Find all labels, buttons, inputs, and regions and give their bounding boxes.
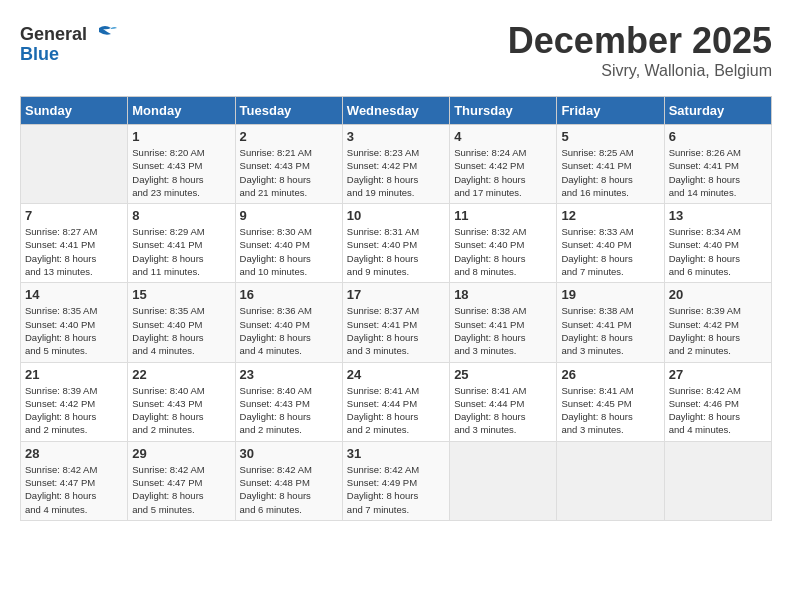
calendar-week-row: 21Sunrise: 8:39 AM Sunset: 4:42 PM Dayli… <box>21 362 772 441</box>
day-number: 21 <box>25 367 123 382</box>
calendar-header-row: SundayMondayTuesdayWednesdayThursdayFrid… <box>21 97 772 125</box>
day-info: Sunrise: 8:42 AM Sunset: 4:47 PM Dayligh… <box>25 463 123 516</box>
day-info: Sunrise: 8:32 AM Sunset: 4:40 PM Dayligh… <box>454 225 552 278</box>
day-number: 19 <box>561 287 659 302</box>
calendar-table: SundayMondayTuesdayWednesdayThursdayFrid… <box>20 96 772 521</box>
day-info: Sunrise: 8:25 AM Sunset: 4:41 PM Dayligh… <box>561 146 659 199</box>
calendar-cell: 5Sunrise: 8:25 AM Sunset: 4:41 PM Daylig… <box>557 125 664 204</box>
day-info: Sunrise: 8:41 AM Sunset: 4:44 PM Dayligh… <box>347 384 445 437</box>
day-number: 12 <box>561 208 659 223</box>
day-number: 2 <box>240 129 338 144</box>
day-info: Sunrise: 8:39 AM Sunset: 4:42 PM Dayligh… <box>25 384 123 437</box>
calendar-cell: 6Sunrise: 8:26 AM Sunset: 4:41 PM Daylig… <box>664 125 771 204</box>
day-info: Sunrise: 8:31 AM Sunset: 4:40 PM Dayligh… <box>347 225 445 278</box>
logo-bird-icon <box>89 20 117 48</box>
calendar-cell: 11Sunrise: 8:32 AM Sunset: 4:40 PM Dayli… <box>450 204 557 283</box>
day-number: 10 <box>347 208 445 223</box>
day-number: 1 <box>132 129 230 144</box>
day-info: Sunrise: 8:37 AM Sunset: 4:41 PM Dayligh… <box>347 304 445 357</box>
calendar-cell: 28Sunrise: 8:42 AM Sunset: 4:47 PM Dayli… <box>21 441 128 520</box>
calendar-cell: 3Sunrise: 8:23 AM Sunset: 4:42 PM Daylig… <box>342 125 449 204</box>
day-number: 8 <box>132 208 230 223</box>
day-info: Sunrise: 8:42 AM Sunset: 4:48 PM Dayligh… <box>240 463 338 516</box>
calendar-cell: 2Sunrise: 8:21 AM Sunset: 4:43 PM Daylig… <box>235 125 342 204</box>
calendar-cell: 13Sunrise: 8:34 AM Sunset: 4:40 PM Dayli… <box>664 204 771 283</box>
month-title: December 2025 <box>508 20 772 62</box>
day-info: Sunrise: 8:27 AM Sunset: 4:41 PM Dayligh… <box>25 225 123 278</box>
day-number: 29 <box>132 446 230 461</box>
day-number: 30 <box>240 446 338 461</box>
calendar-cell <box>557 441 664 520</box>
calendar-cell: 30Sunrise: 8:42 AM Sunset: 4:48 PM Dayli… <box>235 441 342 520</box>
logo-general-text: General <box>20 24 87 45</box>
calendar-week-row: 14Sunrise: 8:35 AM Sunset: 4:40 PM Dayli… <box>21 283 772 362</box>
day-number: 3 <box>347 129 445 144</box>
day-info: Sunrise: 8:24 AM Sunset: 4:42 PM Dayligh… <box>454 146 552 199</box>
day-header-tuesday: Tuesday <box>235 97 342 125</box>
day-info: Sunrise: 8:29 AM Sunset: 4:41 PM Dayligh… <box>132 225 230 278</box>
day-info: Sunrise: 8:35 AM Sunset: 4:40 PM Dayligh… <box>25 304 123 357</box>
day-number: 17 <box>347 287 445 302</box>
day-info: Sunrise: 8:41 AM Sunset: 4:44 PM Dayligh… <box>454 384 552 437</box>
day-number: 28 <box>25 446 123 461</box>
day-info: Sunrise: 8:40 AM Sunset: 4:43 PM Dayligh… <box>240 384 338 437</box>
calendar-cell: 26Sunrise: 8:41 AM Sunset: 4:45 PM Dayli… <box>557 362 664 441</box>
day-number: 9 <box>240 208 338 223</box>
day-number: 26 <box>561 367 659 382</box>
calendar-cell: 20Sunrise: 8:39 AM Sunset: 4:42 PM Dayli… <box>664 283 771 362</box>
calendar-cell: 23Sunrise: 8:40 AM Sunset: 4:43 PM Dayli… <box>235 362 342 441</box>
calendar-cell <box>21 125 128 204</box>
calendar-cell: 14Sunrise: 8:35 AM Sunset: 4:40 PM Dayli… <box>21 283 128 362</box>
day-info: Sunrise: 8:42 AM Sunset: 4:46 PM Dayligh… <box>669 384 767 437</box>
calendar-cell: 9Sunrise: 8:30 AM Sunset: 4:40 PM Daylig… <box>235 204 342 283</box>
day-number: 13 <box>669 208 767 223</box>
day-number: 14 <box>25 287 123 302</box>
calendar-cell: 29Sunrise: 8:42 AM Sunset: 4:47 PM Dayli… <box>128 441 235 520</box>
day-info: Sunrise: 8:39 AM Sunset: 4:42 PM Dayligh… <box>669 304 767 357</box>
day-number: 22 <box>132 367 230 382</box>
calendar-cell: 21Sunrise: 8:39 AM Sunset: 4:42 PM Dayli… <box>21 362 128 441</box>
calendar-cell: 25Sunrise: 8:41 AM Sunset: 4:44 PM Dayli… <box>450 362 557 441</box>
day-info: Sunrise: 8:33 AM Sunset: 4:40 PM Dayligh… <box>561 225 659 278</box>
day-header-friday: Friday <box>557 97 664 125</box>
calendar-cell: 7Sunrise: 8:27 AM Sunset: 4:41 PM Daylig… <box>21 204 128 283</box>
day-number: 11 <box>454 208 552 223</box>
day-info: Sunrise: 8:38 AM Sunset: 4:41 PM Dayligh… <box>454 304 552 357</box>
location-subtitle: Sivry, Wallonia, Belgium <box>508 62 772 80</box>
day-number: 20 <box>669 287 767 302</box>
day-number: 23 <box>240 367 338 382</box>
calendar-week-row: 28Sunrise: 8:42 AM Sunset: 4:47 PM Dayli… <box>21 441 772 520</box>
calendar-cell: 4Sunrise: 8:24 AM Sunset: 4:42 PM Daylig… <box>450 125 557 204</box>
calendar-week-row: 1Sunrise: 8:20 AM Sunset: 4:43 PM Daylig… <box>21 125 772 204</box>
day-number: 27 <box>669 367 767 382</box>
calendar-week-row: 7Sunrise: 8:27 AM Sunset: 4:41 PM Daylig… <box>21 204 772 283</box>
day-info: Sunrise: 8:42 AM Sunset: 4:47 PM Dayligh… <box>132 463 230 516</box>
calendar-cell: 18Sunrise: 8:38 AM Sunset: 4:41 PM Dayli… <box>450 283 557 362</box>
page-header: General Blue December 2025 Sivry, Wallon… <box>20 20 772 80</box>
day-number: 6 <box>669 129 767 144</box>
calendar-cell: 22Sunrise: 8:40 AM Sunset: 4:43 PM Dayli… <box>128 362 235 441</box>
calendar-cell: 24Sunrise: 8:41 AM Sunset: 4:44 PM Dayli… <box>342 362 449 441</box>
calendar-cell: 27Sunrise: 8:42 AM Sunset: 4:46 PM Dayli… <box>664 362 771 441</box>
day-info: Sunrise: 8:21 AM Sunset: 4:43 PM Dayligh… <box>240 146 338 199</box>
day-number: 24 <box>347 367 445 382</box>
calendar-cell: 1Sunrise: 8:20 AM Sunset: 4:43 PM Daylig… <box>128 125 235 204</box>
calendar-cell: 8Sunrise: 8:29 AM Sunset: 4:41 PM Daylig… <box>128 204 235 283</box>
day-info: Sunrise: 8:40 AM Sunset: 4:43 PM Dayligh… <box>132 384 230 437</box>
day-number: 16 <box>240 287 338 302</box>
calendar-cell: 16Sunrise: 8:36 AM Sunset: 4:40 PM Dayli… <box>235 283 342 362</box>
day-header-sunday: Sunday <box>21 97 128 125</box>
day-number: 5 <box>561 129 659 144</box>
calendar-cell: 17Sunrise: 8:37 AM Sunset: 4:41 PM Dayli… <box>342 283 449 362</box>
day-number: 4 <box>454 129 552 144</box>
day-number: 7 <box>25 208 123 223</box>
day-info: Sunrise: 8:36 AM Sunset: 4:40 PM Dayligh… <box>240 304 338 357</box>
day-header-wednesday: Wednesday <box>342 97 449 125</box>
day-info: Sunrise: 8:42 AM Sunset: 4:49 PM Dayligh… <box>347 463 445 516</box>
day-info: Sunrise: 8:23 AM Sunset: 4:42 PM Dayligh… <box>347 146 445 199</box>
day-info: Sunrise: 8:35 AM Sunset: 4:40 PM Dayligh… <box>132 304 230 357</box>
day-info: Sunrise: 8:34 AM Sunset: 4:40 PM Dayligh… <box>669 225 767 278</box>
day-info: Sunrise: 8:20 AM Sunset: 4:43 PM Dayligh… <box>132 146 230 199</box>
calendar-cell: 31Sunrise: 8:42 AM Sunset: 4:49 PM Dayli… <box>342 441 449 520</box>
calendar-cell <box>450 441 557 520</box>
